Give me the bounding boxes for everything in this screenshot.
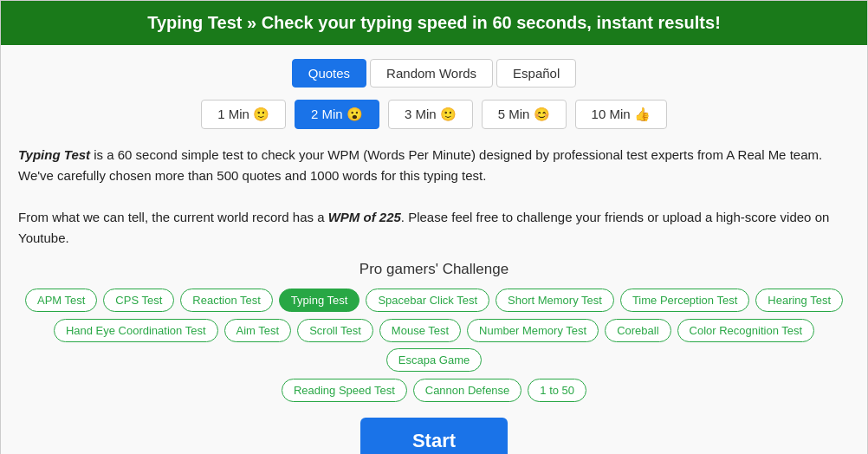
badge-mouse-test[interactable]: Mouse Test — [379, 319, 461, 342]
badge-reaction-test[interactable]: Reaction Test — [180, 289, 273, 312]
tab-quotes[interactable]: Quotes — [292, 59, 366, 88]
start-button[interactable]: Start — [360, 418, 508, 454]
badge-apm-test[interactable]: APM Test — [25, 289, 97, 312]
typing-test-italic: Typing Test — [18, 147, 90, 162]
badge-scroll-test[interactable]: Scroll Test — [297, 319, 373, 342]
badge-cannon-defense[interactable]: Cannon Defense — [413, 379, 522, 402]
main-content: Quotes Random Words Español 1 Min 🙂 2 Mi… — [1, 45, 867, 454]
badge-aim-test[interactable]: Aim Test — [224, 319, 292, 342]
challenge-section: Pro gamers' Challenge APM Test CPS Test … — [18, 261, 850, 402]
header-title: Typing Test » Check your typing speed in… — [147, 13, 721, 32]
badge-short-memory-test[interactable]: Short Memory Test — [496, 289, 614, 312]
badge-color-recognition-test[interactable]: Color Recognition Test — [677, 319, 815, 342]
description-text-1: is a 60 second simple test to check your… — [18, 147, 822, 183]
time-3min[interactable]: 3 Min 🙂 — [388, 100, 473, 129]
description-text-2: From what we can tell, the current world… — [18, 210, 328, 224]
badge-hearing-test[interactable]: Hearing Test — [755, 289, 843, 312]
challenge-title: Pro gamers' Challenge — [18, 261, 850, 278]
badge-escapa-game[interactable]: Escapa Game — [386, 348, 482, 372]
badge-list: APM Test CPS Test Reaction Test Typing T… — [18, 289, 850, 312]
main-container: Typing Test » Check your typing speed in… — [0, 0, 868, 454]
tab-espanol[interactable]: Español — [496, 59, 576, 88]
time-2min[interactable]: 2 Min 😮 — [295, 100, 379, 129]
wpm-highlight: WPM of 225 — [328, 210, 401, 224]
badge-time-perception-test[interactable]: Time Perception Test — [620, 289, 749, 312]
badge-list-2: Hand Eye Coordination Test Aim Test Scro… — [18, 319, 850, 372]
badge-reading-speed-test[interactable]: Reading Speed Test — [282, 379, 407, 402]
badge-spacebar-click-test[interactable]: Spacebar Click Test — [366, 289, 489, 312]
page-header: Typing Test » Check your typing speed in… — [1, 1, 867, 45]
badge-number-memory-test[interactable]: Number Memory Test — [467, 319, 599, 342]
badge-1-to-50[interactable]: 1 to 50 — [528, 379, 586, 402]
time-10min[interactable]: 10 Min 👍 — [575, 100, 667, 129]
time-1min[interactable]: 1 Min 🙂 — [201, 100, 286, 129]
badge-hand-eye-coordination[interactable]: Hand Eye Coordination Test — [54, 319, 218, 342]
tab-bar: Quotes Random Words Español — [18, 59, 850, 88]
badge-coreball[interactable]: Coreball — [605, 319, 670, 342]
badge-cps-test[interactable]: CPS Test — [103, 289, 174, 312]
badge-typing-test[interactable]: Typing Test — [279, 289, 360, 312]
description-block: Typing Test is a 60 second simple test t… — [18, 145, 850, 249]
time-5min[interactable]: 5 Min 😊 — [482, 100, 567, 129]
badge-list-3: Reading Speed Test Cannon Defense 1 to 5… — [18, 379, 850, 402]
tab-random-words[interactable]: Random Words — [370, 59, 493, 88]
time-option-bar: 1 Min 🙂 2 Min 😮 3 Min 🙂 5 Min 😊 10 Min 👍 — [18, 100, 850, 129]
